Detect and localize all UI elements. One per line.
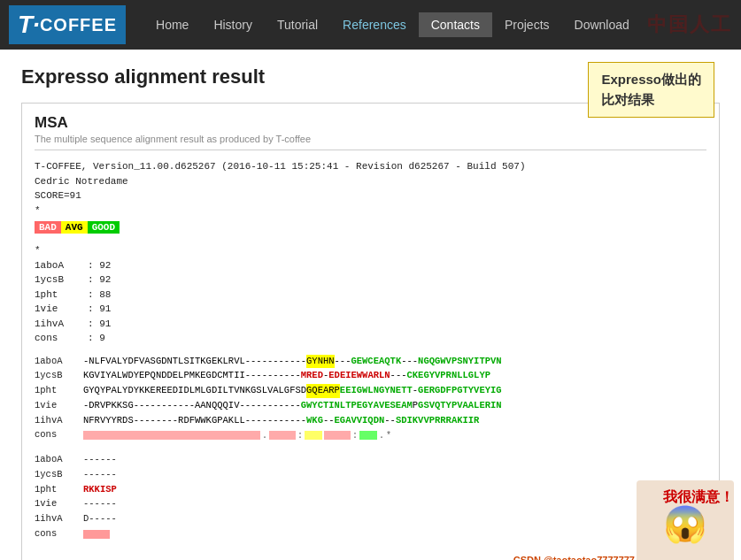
score-val: : 91 <box>88 302 111 317</box>
seq-row2-1pht: 1pht RKKISP <box>35 483 706 497</box>
seq-row-1ycsB: 1ycsB KGVIYALWDYEPQNDDELPMKEGDCMTII-----… <box>35 369 706 383</box>
seq-dashes: ------ <box>83 468 117 482</box>
score-row-1vie: 1vie : 91 <box>35 302 706 317</box>
seq-name2: 1vie <box>35 497 83 511</box>
score-val: : 92 <box>88 272 111 288</box>
cons-dot5: * <box>386 429 391 442</box>
seq-name2: 1pht <box>35 483 83 497</box>
seq-row-1ihvA: 1ihvA NFRVYYRDS--------RDFWWKGPAKLL-----… <box>35 414 706 428</box>
score-val: : 88 <box>88 288 111 303</box>
seq-data: KGVIYALWDYEPQNDDELPMKEGDCMTII----------M… <box>83 369 490 383</box>
seq-name: 1ihvA <box>35 414 83 428</box>
cons-name: cons <box>35 428 83 442</box>
header: T· COFFEE Home History Tutorial Referenc… <box>0 0 741 50</box>
satisfaction-text: 我很满意！ <box>663 488 734 507</box>
alignment-block-2: 1aboA ------ 1ycsB ------ 1pht RKKISP 1v… <box>35 453 706 541</box>
nav-download[interactable]: Download <box>562 12 642 37</box>
score-name: 1vie <box>35 302 88 317</box>
msa-subtitle: The multiple sequence alignment result a… <box>35 134 706 150</box>
score-row-1pht: 1pht : 88 <box>35 288 706 303</box>
cons-row-2: cons <box>35 527 706 541</box>
page-content: Expresso alignment result Expresso做出的比对结… <box>0 50 741 560</box>
cons-seg-pink2 <box>269 431 296 440</box>
nav-history[interactable]: History <box>201 12 265 37</box>
csdn-user: @taotaotao7777777 <box>544 555 635 561</box>
cons-bar: . : : . * <box>83 429 391 442</box>
logo-t: T· <box>18 11 40 39</box>
csdn-watermark: CSDN @taotaotao7777777 <box>513 555 635 561</box>
cons-seg-pink3 <box>324 431 351 440</box>
score-row-1aboA: 1aboA : 92 <box>35 258 706 273</box>
cons-row-1: cons . : : . * <box>35 428 706 442</box>
header-watermark: 中国人工 <box>647 0 741 50</box>
msa-section: MSA The multiple sequence alignment resu… <box>21 103 720 560</box>
nav-projects[interactable]: Projects <box>492 12 562 37</box>
nav-references[interactable]: References <box>330 12 419 37</box>
seq-row2-1aboA: 1aboA ------ <box>35 453 706 467</box>
seq-name: 1pht <box>35 384 83 398</box>
cons-dot2: : <box>297 429 303 442</box>
nav-home[interactable]: Home <box>143 12 201 37</box>
d-val: D----- <box>83 512 117 526</box>
cons-seg-yellow <box>305 431 322 440</box>
annotation-text: Expresso做出的比对结果 <box>601 72 701 107</box>
seq-data: GYQYPALYDYKKEREEDIDLMLGDILTVNKGSLVALGFSD… <box>83 384 502 398</box>
cons-seg-green <box>359 431 377 440</box>
score-name: 1ihvA <box>35 317 88 332</box>
score-row-1ihvA: 1ihvA : 91 <box>35 317 706 332</box>
nav-tutorial[interactable]: Tutorial <box>265 12 330 37</box>
cons-dot3: : <box>352 429 358 442</box>
cons-bar2 <box>83 530 110 539</box>
score-name: 1aboA <box>35 258 88 273</box>
seq-name: 1aboA <box>35 355 83 369</box>
score-name: 1pht <box>35 288 88 303</box>
seq-data: -NLFVALYDFVASGDNTLSITKGEKLRVL-----------… <box>83 355 502 369</box>
navigation: Home History Tutorial References Contact… <box>143 12 642 37</box>
score-val: : 9 <box>88 331 105 346</box>
score-bad: BAD <box>35 221 61 234</box>
score-row-1ycsB: 1ycsB : 92 <box>35 272 706 288</box>
score-legend: BAD AVG GOOD <box>35 221 120 234</box>
seq-dashes: ------ <box>83 453 117 467</box>
annotation-box: Expresso做出的比对结果 <box>588 62 714 118</box>
legend-star: * <box>35 245 41 256</box>
seq-row-1aboA: 1aboA -NLFVALYDFVASGDNTLSITKGEKLRVL-----… <box>35 355 706 369</box>
rkkisp-seq: RKKISP <box>83 483 117 497</box>
cons-dot4: . <box>379 429 384 442</box>
seq-row2-1vie: 1vie ------ <box>35 497 706 511</box>
nav-contacts[interactable]: Contacts <box>419 12 492 37</box>
seq-row2-1ycsB: 1ycsB ------ <box>35 468 706 482</box>
scores-table: 1aboA : 92 1ycsB : 92 1pht : 88 1vie : 9… <box>35 258 706 346</box>
cons-seg-pink <box>83 431 260 440</box>
seq-row-1vie: 1vie -DRVPKKSG-----------AANQQQIV-------… <box>35 399 706 413</box>
score-row-cons: cons : 9 <box>35 331 706 346</box>
score-val: : 91 <box>88 317 111 332</box>
seq-name2: 1ihvA <box>35 512 83 526</box>
score-avg: AVG <box>61 221 88 234</box>
seq-name: 1ycsB <box>35 369 83 383</box>
logo[interactable]: T· COFFEE <box>9 5 126 44</box>
cons-name2: cons <box>35 527 83 541</box>
seq-data: -DRVPKKSG-----------AANQQQIV-----------G… <box>83 399 502 413</box>
seq-row-1pht: 1pht GYQYPALYDYKKEREEDIDLMLGDILTVNKGSLVA… <box>35 384 706 398</box>
seq-dashes: ------ <box>83 497 117 511</box>
score-val: : 92 <box>88 258 111 273</box>
seq-data: NFRVYYRDS--------RDFWWKGPAKLL-----------… <box>83 414 479 428</box>
watermark-text: 中国人工 <box>647 12 732 38</box>
seq-name: 1vie <box>35 399 83 413</box>
score-name: cons <box>35 331 88 346</box>
logo-coffee: COFFEE <box>40 15 117 35</box>
score-good: GOOD <box>88 221 120 234</box>
cons-dot: . <box>262 429 267 442</box>
alignment-block-1: 1aboA -NLFVALYDFVASGDNTLSITKGEKLRVL-----… <box>35 355 706 443</box>
seq-row2-1ihvA: 1ihvA D----- <box>35 512 706 526</box>
seq-name2: 1aboA <box>35 453 83 467</box>
version-line: T-COFFEE, Version_11.00.d625267 (2016-10… <box>35 159 706 218</box>
seq-name2: 1ycsB <box>35 468 83 482</box>
score-name: 1ycsB <box>35 272 88 288</box>
